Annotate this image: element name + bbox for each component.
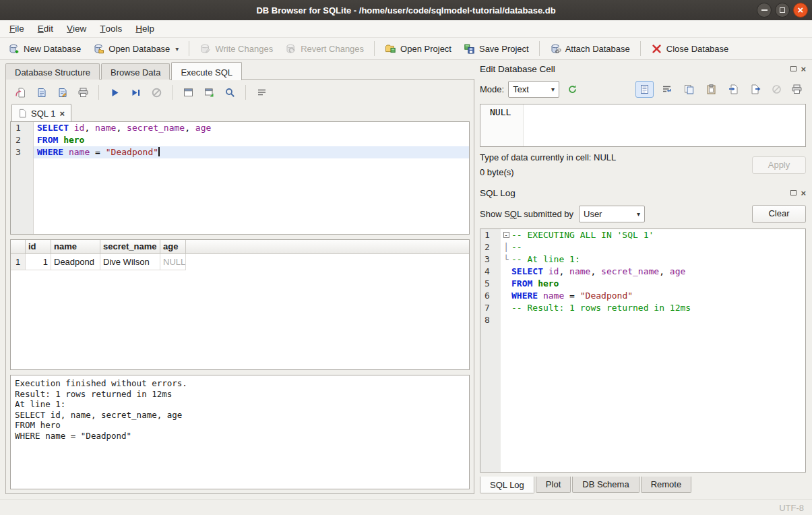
menu-tools[interactable]: Tools <box>93 20 129 37</box>
right-panel: Edit Database Cell × Mode: Text ▾ <box>476 60 812 499</box>
fold-collapse-icon[interactable]: - <box>503 232 509 238</box>
text-mode-button[interactable] <box>635 81 654 98</box>
open-project-button[interactable]: Open Project <box>379 40 457 57</box>
toolbar-separator <box>245 85 246 100</box>
open-database-button[interactable]: Open Database ▾ <box>88 40 184 57</box>
results-header-row: id name secret_name age <box>11 240 469 254</box>
cell-id[interactable]: 1 <box>26 254 51 270</box>
mode-label: Mode: <box>480 84 504 94</box>
close-database-button[interactable]: Close Database <box>646 40 735 57</box>
text-document-icon <box>639 84 650 95</box>
toolbar-separator <box>189 41 189 56</box>
print-sql-button[interactable] <box>74 84 92 100</box>
main-toolbar: New Database Open Database ▾ Write Chang… <box>0 38 812 60</box>
dock-tabbar: SQL Log Plot DB Schema Remote <box>480 477 806 494</box>
maximize-icon <box>780 7 785 13</box>
float-dock-icon[interactable] <box>790 66 797 71</box>
window-controls: × <box>757 3 808 18</box>
apply-format-button[interactable] <box>563 81 582 98</box>
dock-tab-plot[interactable]: Plot <box>536 477 571 493</box>
menubar: File Edit View Tools Help <box>0 20 812 38</box>
close-window-button[interactable]: × <box>793 3 808 18</box>
cell-secret-name[interactable]: Dive Wilson <box>100 254 160 270</box>
maximize-button[interactable] <box>775 3 790 18</box>
edit-cell-dock-header: Edit Database Cell × <box>480 61 806 76</box>
editor-empty-area <box>11 158 469 234</box>
detach-tab-icon <box>204 87 215 98</box>
results-table: id name secret_name age 1 1 Deadpond Div… <box>10 239 470 370</box>
results-row: 1 1 Deadpond Dive Wilson NULL <box>11 254 469 270</box>
print-cell-button[interactable] <box>788 81 806 98</box>
sql-log-view[interactable]: 1 - -- EXECUTING ALL IN 'SQL 1' 2 │ -- 3… <box>480 229 806 473</box>
save-project-button[interactable]: Save Project <box>458 40 534 57</box>
close-dock-icon[interactable]: × <box>801 65 806 73</box>
paste-cell-button[interactable] <box>702 81 720 98</box>
minimize-button[interactable] <box>757 3 772 18</box>
dock-tab-db-schema[interactable]: DB Schema <box>572 477 639 493</box>
combobox-arrow-icon: ▾ <box>637 210 640 218</box>
submitted-by-value: User <box>584 209 602 219</box>
mode-combobox[interactable]: Text ▾ <box>508 81 559 98</box>
new-tab-icon <box>183 87 194 98</box>
attach-database-button[interactable]: Attach Database <box>544 40 635 57</box>
tab-execute-sql[interactable]: Execute SQL <box>171 62 242 80</box>
cell-age-null[interactable]: NULL <box>160 254 186 270</box>
new-database-button[interactable]: New Database <box>3 40 86 57</box>
close-dock-icon[interactable]: × <box>801 189 806 198</box>
column-header-age[interactable]: age <box>160 240 186 254</box>
sql-editor[interactable]: 1 SELECT id, name, secret_name, age 2 FR… <box>10 121 470 235</box>
menu-edit[interactable]: Edit <box>31 20 60 37</box>
import-icon <box>728 84 739 95</box>
write-changes-button: Write Changes <box>194 40 278 57</box>
sql-doc-tab[interactable]: SQL 1 × <box>11 104 71 122</box>
cell-name[interactable]: Deadpond <box>51 254 100 270</box>
word-wrap-cell-button[interactable] <box>658 81 676 98</box>
row-header[interactable]: 1 <box>11 254 26 270</box>
tab-database-structure[interactable]: Database Structure <box>5 63 100 80</box>
column-header-name[interactable]: name <box>51 240 100 254</box>
save-sql-file-as-button[interactable] <box>53 84 71 100</box>
dock-tab-sql-log[interactable]: SQL Log <box>480 477 534 493</box>
copy-cell-button[interactable] <box>680 81 698 98</box>
submitted-by-combobox[interactable]: User ▾ <box>579 206 645 222</box>
sql-doc-tab-label: SQL 1 <box>31 109 55 119</box>
open-new-tab-button[interactable] <box>179 84 197 100</box>
tab-browse-data[interactable]: Browse Data <box>101 63 170 80</box>
save-sql-file-button[interactable] <box>32 84 50 100</box>
line-number: 3 <box>11 146 34 158</box>
dock-tab-remote[interactable]: Remote <box>641 477 692 493</box>
clear-log-button[interactable]: Clear <box>752 205 806 223</box>
sql-log-dock-header: SQL Log × <box>480 185 806 200</box>
menu-help[interactable]: Help <box>129 20 161 37</box>
cell-info-row: Type of data currently in cell: NULL 0 b… <box>480 152 806 177</box>
fold-corner-icon: └ <box>501 253 511 266</box>
copy-icon <box>683 84 695 95</box>
sql-file-icon <box>18 109 27 118</box>
cell-editor[interactable]: NULL <box>480 104 806 147</box>
open-tab-in-window-button[interactable] <box>200 84 218 100</box>
open-sql-file-button[interactable] <box>11 84 29 100</box>
column-header-secret-name[interactable]: secret_name <box>100 240 160 254</box>
menu-file[interactable]: File <box>3 20 31 37</box>
export-cell-data-button[interactable] <box>747 81 765 98</box>
log-line: 6 WHERE name = "Deadpond" <box>480 290 805 302</box>
find-replace-button[interactable] <box>221 84 239 100</box>
import-cell-data-button[interactable] <box>724 81 743 98</box>
minimize-icon <box>761 9 768 11</box>
revert-changes-icon <box>285 43 296 55</box>
execute-current-line-button[interactable] <box>127 84 144 100</box>
float-dock-icon[interactable] <box>790 190 797 195</box>
statusbar: UTF-8 <box>0 499 812 515</box>
open-database-dropdown-arrow[interactable]: ▾ <box>175 45 179 53</box>
save-project-icon <box>464 43 475 55</box>
menu-view[interactable]: View <box>60 20 93 37</box>
titlebar[interactable]: DB Browser for SQLite - /home/user/code/… <box>0 0 812 20</box>
execute-all-button[interactable] <box>106 84 123 100</box>
column-header-id[interactable]: id <box>26 240 51 254</box>
toggle-word-wrap-button[interactable] <box>253 84 270 100</box>
left-panel: Database Structure Browse Data Execute S… <box>0 60 476 499</box>
log-line: 2 │ -- <box>480 241 805 253</box>
set-null-icon <box>771 84 782 95</box>
close-sql-tab-icon[interactable]: × <box>59 109 65 118</box>
set-null-button <box>769 81 784 98</box>
